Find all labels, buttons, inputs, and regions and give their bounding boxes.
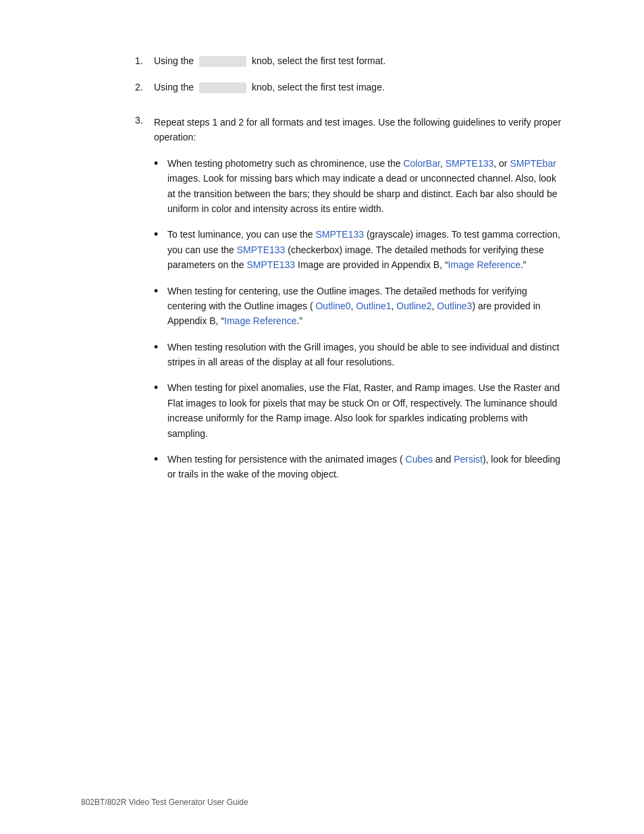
item1-content: Using the knob, select the first test fo… <box>154 54 385 68</box>
step3-number: 3. <box>135 115 154 126</box>
smpte133-grayscale-link[interactable]: SMPTE133 <box>315 229 364 240</box>
bullet-text-2: To test luminance, you can use the SMPTE… <box>167 227 563 272</box>
page-footer: 802BT/802R Video Test Generator User Gui… <box>81 798 248 807</box>
bullet-item-4: • When testing resolution with the Grill… <box>154 340 563 370</box>
item2-content: Using the knob, select the first test im… <box>154 80 385 95</box>
page-content: 1. Using the knob, select the first test… <box>0 0 644 547</box>
smpte133-checkerbox-link[interactable]: SMPTE133 <box>237 244 286 255</box>
bullet-text-3: When testing for centering, use the Outl… <box>167 284 563 329</box>
bullet-dot-4: • <box>154 340 167 355</box>
item1-pre-knob: Using the <box>154 55 194 66</box>
bullet-text-5: When testing for pixel anomalies, use th… <box>167 380 563 441</box>
smpte133-appendix-link[interactable]: SMPTE133 <box>247 259 296 270</box>
bullet-item-2: • To test luminance, you can use the SMP… <box>154 227 563 272</box>
smpte133-link-1[interactable]: SMPTE133 <box>446 158 494 169</box>
bullet-dot-1: • <box>154 156 167 172</box>
list-item-2: 2. Using the knob, select the first test… <box>135 80 563 95</box>
bullet-dot-3: • <box>154 284 167 299</box>
knob-placeholder-2 <box>199 82 246 93</box>
outline3-link[interactable]: Outline3 <box>437 301 472 311</box>
step3-container: 3. Repeat steps 1 and 2 for all formats … <box>135 115 563 493</box>
bullet-dot-5: • <box>154 380 167 396</box>
item2-number: 2. <box>135 80 154 95</box>
step3-content: Repeat steps 1 and 2 for all formats and… <box>154 115 563 493</box>
outline1-link[interactable]: Outline1 <box>356 301 391 311</box>
bullet-item-3: • When testing for centering, use the Ou… <box>154 284 563 329</box>
bullet-item-1: • When testing photometry such as chromi… <box>154 156 563 217</box>
cubes-link[interactable]: Cubes <box>406 454 433 465</box>
item2-pre-knob: Using the <box>154 82 194 93</box>
knob-placeholder-1 <box>199 56 246 67</box>
bullet-list: • When testing photometry such as chromi… <box>154 156 563 482</box>
image-reference-link-2[interactable]: Image Reference <box>224 315 296 326</box>
item2-post-knob: knob, select the first test image. <box>252 82 385 93</box>
bullet-text-4: When testing resolution with the Grill i… <box>167 340 563 370</box>
bullet-item-6: • When testing for persistence with the … <box>154 452 563 482</box>
outline2-link[interactable]: Outline2 <box>396 301 431 311</box>
bullet-item-5: • When testing for pixel anomalies, use … <box>154 380 563 441</box>
list-item-1: 1. Using the knob, select the first test… <box>135 54 563 68</box>
footer-text: 802BT/802R Video Test Generator User Gui… <box>81 798 248 807</box>
item1-post-knob: knob, select the first test format. <box>252 55 385 66</box>
step3-intro: Repeat steps 1 and 2 for all formats and… <box>154 115 563 145</box>
smptebar-link[interactable]: SMPTEbar <box>510 158 556 169</box>
outline0-link[interactable]: Outline0 <box>315 301 350 311</box>
image-reference-link-1[interactable]: Image Reference <box>448 259 520 270</box>
bullet-dot-6: • <box>154 452 167 467</box>
bullet-text-1: When testing photometry such as chromine… <box>167 156 563 217</box>
colorbar-link[interactable]: ColorBar <box>403 158 439 169</box>
numbered-list: 1. Using the knob, select the first test… <box>135 54 563 95</box>
bullet-text-6: When testing for persistence with the an… <box>167 452 563 482</box>
bullet-dot-2: • <box>154 227 167 242</box>
item1-number: 1. <box>135 54 154 68</box>
persist-link[interactable]: Persist <box>454 454 483 465</box>
